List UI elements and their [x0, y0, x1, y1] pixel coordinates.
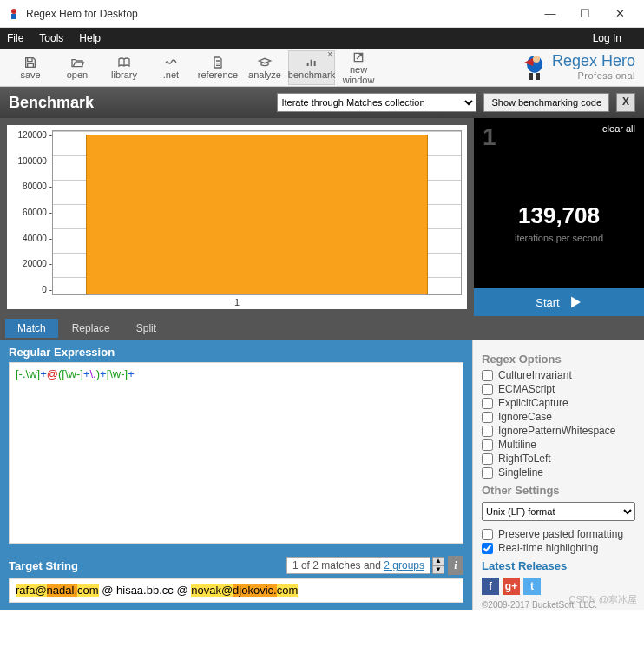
chart-icon: [304, 56, 319, 69]
tool-new-window[interactable]: new window: [335, 50, 382, 85]
match-stepper[interactable]: ▲▼: [432, 557, 444, 574]
watermark: CSDN @寒冰屋: [569, 593, 637, 606]
chart-xtick: 1: [12, 297, 462, 307]
tool-benchmark[interactable]: benchmark: [288, 50, 335, 85]
brand-name: Regex Hero: [552, 52, 635, 69]
regex-options-header: Regex Options: [482, 353, 635, 366]
tab-replace[interactable]: Replace: [60, 319, 122, 338]
window-titlebar: Regex Hero for Desktop — ☐ ✕: [0, 0, 644, 28]
svg-point-0: [11, 9, 16, 14]
result-label: iterations per second: [515, 233, 603, 243]
tool-library[interactable]: library: [101, 50, 148, 85]
brand: Regex Hero Professional: [517, 50, 635, 82]
option-explicitcapture[interactable]: ExplicitCapture: [482, 397, 635, 409]
menu-help[interactable]: Help: [79, 32, 101, 44]
window-title: Regex Hero for Desktop: [26, 8, 533, 20]
latest-releases-header: Latest Releases: [482, 559, 635, 572]
facebook-icon[interactable]: f: [482, 578, 499, 595]
benchmark-chart: 120000 -100000 -80000 -60000 -40000 -200…: [7, 125, 467, 309]
tab-split[interactable]: Split: [124, 319, 168, 338]
svg-point-3: [533, 56, 540, 63]
tool-reference[interactable]: reference: [194, 50, 241, 85]
regex-input[interactable]: [-.\w]+@([\w-]+\.)+[\w-]+: [9, 362, 463, 544]
open-icon: [69, 56, 85, 69]
chart-bar-1: [86, 135, 429, 294]
menu-login[interactable]: Log In: [593, 32, 621, 44]
option-ignorecase[interactable]: IgnoreCase: [482, 411, 635, 423]
target-label: Target String: [9, 559, 286, 572]
window-maximize-button[interactable]: ☐: [568, 7, 602, 20]
result-value: 139,708: [518, 202, 600, 229]
option-ignorepatternwhitespace[interactable]: IgnorePatternWhitespace: [482, 425, 635, 437]
options-panel: Regex Options CultureInvariantECMAScript…: [472, 340, 644, 610]
chart-yticks: 120000 -100000 -80000 -60000 -40000 -200…: [12, 130, 52, 295]
benchmark-mode-select[interactable]: Iterate through Matches collection: [277, 93, 476, 112]
tool-dotnet[interactable]: .net: [148, 50, 194, 85]
menubar: File Tools Help Log In: [0, 28, 644, 49]
benchmark-panel: Benchmark Iterate through Matches collec…: [0, 87, 644, 316]
option-righttoleft[interactable]: RightToLeft: [482, 452, 635, 465]
benchmark-title: Benchmark: [9, 94, 270, 112]
tab-match[interactable]: Match: [5, 319, 58, 338]
regex-label: Regular Expression: [0, 340, 472, 362]
option-multiline[interactable]: Multiline: [482, 439, 635, 451]
wave-icon: [163, 56, 179, 69]
option-cultureinvariant[interactable]: CultureInvariant: [482, 369, 635, 381]
benchmark-close-button[interactable]: X: [616, 93, 635, 112]
other-settings-header: Other Settings: [482, 484, 635, 497]
twitter-icon[interactable]: t: [523, 578, 541, 595]
play-icon: [567, 295, 582, 309]
match-info: 1 of 2 matches and 2 groups: [286, 557, 430, 574]
window-minimize-button[interactable]: —: [533, 7, 568, 20]
preserve-formatting-checkbox[interactable]: Preserve pasted formatting: [482, 528, 635, 540]
menu-tools[interactable]: Tools: [39, 32, 63, 44]
clear-all-button[interactable]: clear all: [602, 123, 635, 151]
tool-analyze[interactable]: analyze: [241, 50, 288, 85]
show-code-button[interactable]: Show benchmarking code: [483, 93, 609, 112]
tool-open[interactable]: open: [54, 50, 101, 85]
svg-rect-4: [529, 73, 533, 80]
library-icon: [116, 56, 132, 69]
hero-icon: [517, 50, 552, 82]
option-ecmascript[interactable]: ECMAScript: [482, 383, 635, 395]
brand-edition: Professional: [552, 70, 635, 81]
groups-link[interactable]: 2 groups: [384, 559, 424, 571]
graduation-icon: [257, 56, 273, 69]
svg-rect-5: [536, 73, 540, 80]
toolbar: save open library .net reference analyze…: [0, 49, 644, 87]
chart-plot: [52, 130, 462, 295]
result-index: 1: [483, 123, 496, 151]
window-close-button[interactable]: ✕: [602, 7, 637, 20]
save-icon: [23, 56, 38, 69]
tool-save[interactable]: save: [7, 50, 54, 85]
new-window-icon: [351, 50, 366, 64]
benchmark-result: 1 clear all 139,708 iterations per secon…: [474, 118, 644, 316]
target-input[interactable]: rafa@nadal.com @ hisaa.bb.cc @ novak@djo…: [9, 578, 463, 603]
menu-file[interactable]: File: [7, 32, 23, 44]
app-icon: [7, 7, 21, 21]
info-button[interactable]: i: [448, 556, 463, 575]
document-icon: [210, 56, 226, 69]
start-button[interactable]: Start: [474, 288, 644, 316]
work-area: Regular Expression [-.\w]+@([\w-]+\.)+[\…: [0, 340, 644, 610]
svg-rect-1: [11, 14, 16, 19]
option-singleline[interactable]: Singleline: [482, 466, 635, 479]
realtime-highlight-checkbox[interactable]: Real-time highlighting: [482, 542, 635, 554]
googleplus-icon[interactable]: g+: [503, 578, 520, 595]
mode-tabs: Match Replace Split: [0, 316, 644, 340]
line-format-select[interactable]: Unix (LF) format: [482, 502, 635, 521]
